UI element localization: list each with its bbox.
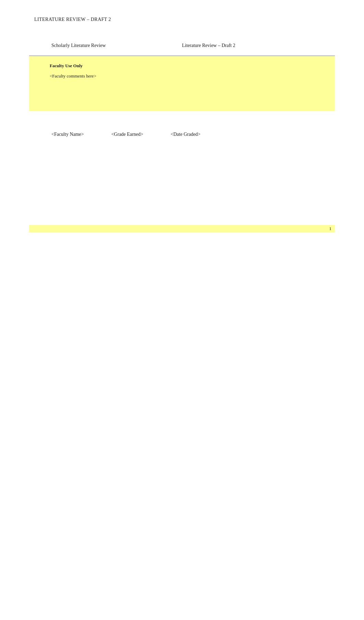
faculty-use-only-label: Faculty Use Only (50, 63, 314, 69)
doc-name: Literature Review – Draft 2 (182, 43, 313, 48)
footer-bar: 1 (29, 225, 335, 232)
doc-title: LITERATURE REVIEW – DRAFT 2 (34, 17, 111, 22)
grade-earned-field: <Grade Earned> (111, 132, 143, 137)
doc-header: LITERATURE REVIEW – DRAFT 2 (0, 0, 364, 29)
date-graded-field: <Date Graded> (171, 132, 201, 137)
faculty-box: Faculty Use Only <Faculty comments here> (29, 56, 335, 111)
grade-row: <Faculty Name> <Grade Earned> <Date Grad… (0, 111, 364, 144)
faculty-name-field: <Faculty Name> (51, 132, 84, 137)
document-page: LITERATURE REVIEW – DRAFT 2 Scholarly Li… (0, 0, 364, 620)
header-info-row: Scholarly Literature Review Literature R… (0, 29, 364, 55)
course-name: Scholarly Literature Review (51, 43, 182, 48)
faculty-comments: <Faculty comments here> (50, 73, 314, 79)
page-number: 1 (329, 226, 332, 231)
